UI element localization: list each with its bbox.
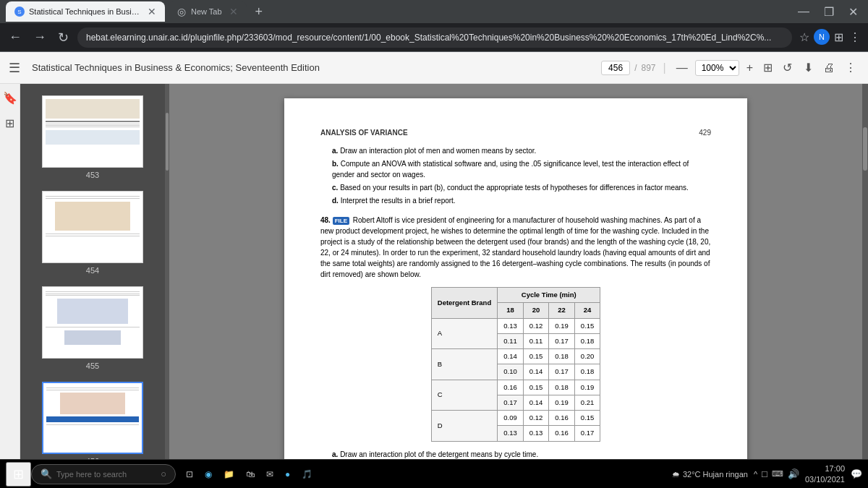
thumbnail-panel: 453 454 (20, 84, 165, 488)
main-scrollbar-thumb[interactable] (166, 113, 169, 171)
address-input[interactable] (77, 27, 792, 48)
forward-button[interactable]: → (30, 27, 49, 48)
brand-d-label: D (431, 411, 497, 442)
back-button[interactable]: ← (6, 27, 25, 48)
fit-page-button[interactable]: ⊞ (760, 58, 775, 77)
browser-chrome: S Statistical Techniques in Business ✕ ◎… (0, 0, 868, 23)
table-row-c1: C 0.16 0.15 0.18 0.19 (431, 380, 600, 395)
thumbnail-453[interactable]: 453 (20, 90, 165, 185)
a1-22: 0.19 (549, 318, 575, 333)
d1-18: 0.09 (498, 411, 524, 426)
profile-button[interactable]: N (814, 29, 830, 45)
problem-48: 48. FILE Robert Altoff is vice president… (320, 215, 711, 488)
sidebar-toggle-button[interactable]: ☰ (9, 60, 20, 76)
taskbar-browser[interactable]: ● (281, 468, 294, 481)
brand-c-label: C (431, 380, 497, 411)
taskbar-app-6[interactable]: 🎵 (297, 468, 317, 481)
zoom-select[interactable]: 100% 75% 50% 125% 150% (695, 60, 739, 76)
d2-18: 0.13 (498, 426, 524, 441)
right-scrollbar-track[interactable] (862, 84, 868, 488)
table-header-cycle-time: Cycle Time (min) (498, 288, 600, 303)
table-row-b1: B 0.14 0.15 0.18 0.20 (431, 349, 600, 364)
print-button[interactable]: 🖨 (820, 58, 838, 77)
cycle-time-table: Detergent Brand Cycle Time (min) 18 20 2… (431, 287, 600, 442)
d1-22: 0.16 (549, 411, 575, 426)
bookmark-button[interactable]: ☆ (798, 29, 811, 46)
address-actions: ☆ N ⊞ ⋮ (798, 29, 862, 46)
tab-close-2[interactable]: ✕ (229, 6, 238, 17)
pdf-left-sidebar: 🔖 ⊞ (0, 84, 20, 488)
b2-18: 0.10 (498, 364, 524, 380)
system-tray: ^ □ ⌨ 🔊 (754, 468, 799, 479)
tab-statistical[interactable]: S Statistical Techniques in Business ✕ (6, 1, 165, 22)
minimize-button[interactable]: — (793, 4, 814, 20)
tray-volume[interactable]: 🔊 (788, 468, 799, 479)
right-scrollbar-thumb[interactable] (863, 127, 867, 171)
main-area: 🔖 ⊞ 453 (0, 84, 868, 488)
close-button[interactable]: ✕ (844, 4, 862, 20)
start-button[interactable]: ⊞ (6, 462, 31, 487)
thumbnail-sidebar-icon[interactable]: ⊞ (5, 116, 14, 130)
thumb-label-455: 455 (86, 361, 99, 370)
d2-22: 0.16 (549, 426, 575, 441)
brand-a-label: A (431, 318, 497, 349)
tray-keyboard[interactable]: ⌨ (772, 469, 783, 479)
tray-arrow[interactable]: ^ (754, 470, 757, 479)
c2-18: 0.17 (498, 395, 524, 410)
page-number-input[interactable] (601, 61, 630, 75)
zoom-out-button[interactable]: — (673, 59, 691, 77)
thumbnail-454[interactable]: 454 (20, 185, 165, 281)
restore-button[interactable]: ❐ (820, 4, 838, 20)
b2-20: 0.14 (523, 364, 549, 380)
thumb-label-453: 453 (86, 171, 99, 179)
pdf-toolbar-right: ⬇ 🖨 ⋮ (801, 58, 859, 77)
download-button[interactable]: ⬇ (801, 58, 816, 77)
address-bar: ← → ↻ ☆ N ⊞ ⋮ (0, 23, 868, 52)
thumb-content-453 (43, 96, 142, 167)
notification-button[interactable]: 💬 (851, 468, 862, 479)
menu-button[interactable]: ⋮ (848, 29, 862, 46)
d1-20: 0.12 (523, 411, 549, 426)
thumb-page-454 (42, 191, 143, 263)
a2-20: 0.11 (523, 333, 549, 348)
taskbar-store[interactable]: 🛍 (242, 468, 259, 481)
new-tab-button[interactable]: + (250, 4, 269, 20)
tab-title-2: New Tab (191, 7, 222, 16)
rotate-button[interactable]: ↺ (780, 58, 795, 77)
taskbar-edge[interactable]: ◉ (200, 468, 216, 481)
more-options-button[interactable]: ⋮ (842, 58, 859, 77)
taskview-button[interactable]: ⊡ (182, 468, 197, 481)
taskbar-search-input[interactable] (56, 470, 156, 479)
thumbnail-455[interactable]: 455 (20, 281, 165, 376)
table-col-18: 18 (498, 303, 524, 318)
time-display[interactable]: 17:00 03/10/2021 (805, 463, 845, 484)
taskbar-folder[interactable]: 📁 (219, 468, 239, 481)
zoom-in-button[interactable]: + (744, 59, 756, 77)
tray-notification[interactable]: □ (762, 468, 767, 479)
cortana-icon[interactable]: ○ (161, 468, 166, 479)
d2-20: 0.13 (523, 426, 549, 441)
tab-favicon-2: ◎ (176, 7, 187, 17)
thumb-page-455 (42, 286, 143, 359)
tab-close-1[interactable]: ✕ (148, 6, 156, 17)
reload-button[interactable]: ↻ (55, 27, 72, 48)
bookmark-sidebar-icon[interactable]: 🔖 (3, 91, 17, 105)
page-header: ANALYSIS OF VARIANCE 429 (320, 127, 711, 138)
prob47-part-c: c. Based on your results in part (b), co… (332, 182, 711, 193)
taskbar: ⊞ 🔍 ○ ⊡ ◉ 📁 🛍 ✉ ● 🎵 🌧 32°C Hujan ringan … (0, 459, 868, 488)
prob48-intro: 48. FILE Robert Altoff is vice president… (320, 215, 711, 280)
b1-20: 0.15 (523, 349, 549, 364)
tab-favicon-1: S (14, 7, 25, 17)
prob48-text: Robert Altoff is vice president of engin… (320, 216, 710, 278)
extension-button[interactable]: ⊞ (833, 29, 845, 46)
table-col-24: 24 (574, 303, 600, 318)
thumbnail-456[interactable]: 456 (20, 376, 165, 471)
thumb-page-453 (42, 95, 143, 168)
tab-newtab[interactable]: ◎ New Tab ✕ (168, 1, 247, 22)
a2-18: 0.11 (498, 333, 524, 348)
table-header-brand: Detergent Brand (431, 288, 497, 319)
prob47-part-d: d. Interpret the results in a brief repo… (332, 195, 711, 206)
a2-24: 0.18 (574, 333, 600, 348)
a1-18: 0.13 (498, 318, 524, 333)
taskbar-mail[interactable]: ✉ (262, 468, 278, 481)
